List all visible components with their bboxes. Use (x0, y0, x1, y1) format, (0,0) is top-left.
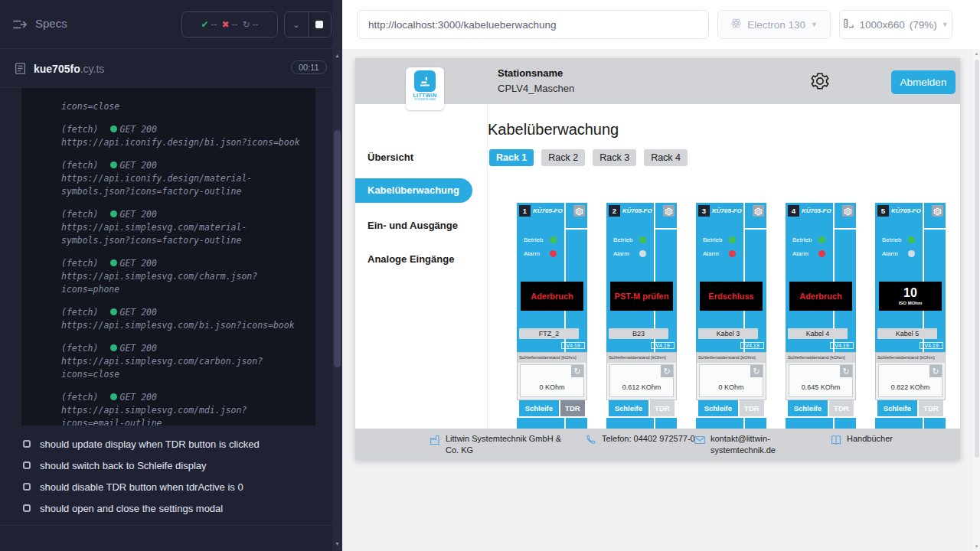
stop-button[interactable] (308, 12, 332, 37)
settings-gear-icon[interactable] (810, 71, 830, 91)
device-settings-gear-icon[interactable] (753, 205, 764, 217)
scroll-up-icon[interactable]: ▲ (332, 51, 342, 61)
stat-value: -- (253, 19, 259, 30)
alarm-label: Alarm (882, 250, 898, 257)
refresh-icon[interactable]: ↻ (750, 365, 763, 377)
firmware-version: V4.19 (830, 342, 854, 349)
log-entry[interactable]: (fetch)GET 200https://api.simplesvg.com/… (61, 342, 306, 381)
fetch-label: (fetch) (61, 392, 98, 403)
measurement-value: 0.645 KOhm (789, 383, 852, 391)
schleife-button[interactable]: Schleife (698, 400, 738, 416)
tab-rack-4[interactable]: Rack 4 (644, 149, 688, 166)
log-entry[interactable]: icons=close (61, 100, 306, 113)
tab-rack-2[interactable]: Rack 2 (541, 149, 585, 166)
app-header: Stationsname CPLV4_Maschen Abmelden (355, 58, 960, 104)
device-status-display: Aderbruch (521, 282, 583, 311)
refresh-icon[interactable]: ↻ (840, 365, 852, 377)
sidebar-item-2[interactable]: Kabelüberwachung (355, 178, 472, 203)
runner-scrollbar[interactable]: ▲ ▼ (332, 0, 342, 551)
scroll-down-icon[interactable]: ▼ (973, 542, 980, 551)
log-entry[interactable]: (fetch)GET 200https://api.iconify.design… (61, 159, 306, 198)
sidebar-item-1[interactable]: Übersicht (368, 152, 413, 163)
collapse-chevron-button[interactable]: ⌄ (285, 12, 308, 37)
stat-x[interactable]: ✖-- (221, 19, 237, 30)
tdr-button[interactable]: TDR (560, 400, 585, 416)
refresh-icon[interactable]: ↻ (571, 365, 583, 377)
url-input[interactable] (357, 10, 709, 39)
device-model: KÜ705-FO (533, 207, 563, 214)
schleife-button[interactable]: Schleife (609, 400, 648, 416)
chevron-down-icon: ▼ (942, 21, 949, 28)
tab-rack-3[interactable]: Rack 3 (593, 149, 636, 166)
device-settings-gear-icon[interactable] (663, 205, 675, 217)
page-scrollbar-thumb[interactable] (975, 60, 979, 458)
viewport-size: 1000x660 (859, 19, 904, 31)
device-number-badge: 2 (609, 205, 620, 217)
page-title: Kabelüberwachung (488, 121, 619, 139)
test-title: should open and close the settings modal (40, 503, 223, 514)
page-scrollbar[interactable]: ▲ ▼ (973, 49, 980, 551)
request-url: https://api.iconify.design/bi.json?icons… (61, 136, 306, 149)
tab-rack-1[interactable]: Rack 1 (489, 149, 534, 166)
footer-item[interactable]: Handbücher (830, 433, 939, 446)
measurement-value: 0.612 KOhm (610, 383, 673, 391)
tdr-button[interactable]: TDR (829, 400, 854, 416)
viewport-selector[interactable]: 1000x660 (79%) ▼ (839, 10, 952, 39)
log-entry-head: (fetch)GET 200 (61, 208, 306, 221)
log-entry[interactable]: (fetch)GET 200https://api.simplesvg.com/… (61, 257, 306, 296)
rack-tabs: Rack 1Rack 2Rack 3Rack 4 (489, 149, 688, 166)
specs-list-toggle-icon[interactable] (12, 17, 28, 32)
app-footer: Littwin Systemtechnik GmbH & Co. KGTelef… (355, 429, 960, 460)
measurement-label: Schleifenwiderstand [kOhm] (876, 353, 945, 363)
cable-name-label: Kabel 4 (788, 328, 848, 339)
command-log: icons=close(fetch)GET 200https://api.ico… (21, 88, 315, 425)
schleife-button[interactable]: Schleife (877, 400, 917, 416)
sidebar-item-3[interactable]: Ein- und Ausgänge (368, 220, 458, 231)
status-value: 10 (903, 287, 917, 299)
browser-select[interactable]: Electron 130 ▼ (717, 10, 831, 39)
footer-text: Littwin Systemtechnik GmbH & Co. KG (446, 433, 574, 456)
stat-value: -- (232, 19, 238, 30)
betrieb-led-icon (550, 236, 557, 243)
log-entry[interactable]: (fetch)GET 200https://api.simplesvg.com/… (61, 391, 306, 425)
device-settings-gear-icon[interactable] (932, 205, 943, 217)
runner-scrollbar-thumb[interactable] (334, 130, 341, 367)
ruler-icon (843, 18, 854, 31)
device-card-5: 5KÜ705-FOBetriebAlarm10ISO MOhmKabel 5V4… (875, 203, 946, 440)
logout-button[interactable]: Abmelden (891, 70, 956, 94)
alarm-led-icon (729, 250, 736, 257)
phone-icon (585, 434, 597, 446)
measurement-display: ↻0.822 KOhm (878, 364, 942, 397)
running-icon: ↻ (243, 19, 250, 30)
test-item[interactable]: should switch back to Schleife display (0, 455, 322, 476)
pending-checkbox-icon (23, 483, 31, 491)
device-number-badge: 4 (788, 205, 799, 217)
test-item[interactable]: should disable TDR button when tdrActive… (0, 476, 322, 497)
tdr-button[interactable]: TDR (740, 400, 764, 416)
stat-running[interactable]: ↻-- (243, 19, 259, 30)
device-settings-gear-icon[interactable] (573, 205, 585, 217)
refresh-icon[interactable]: ↻ (929, 365, 942, 377)
scroll-down-icon[interactable]: ▼ (332, 539, 342, 549)
scroll-up-icon[interactable]: ▲ (973, 49, 980, 58)
test-item[interactable]: should update display when TDR button is… (0, 433, 322, 455)
tdr-button[interactable]: TDR (650, 400, 675, 416)
device-settings-gear-icon[interactable] (842, 205, 854, 217)
schleife-button[interactable]: Schleife (788, 400, 828, 416)
measurement-display: ↻0.612 KOhm (609, 364, 674, 397)
request-url: https://api.iconify.design/material-symb… (61, 172, 306, 198)
test-item[interactable]: should open and close the settings modal (0, 497, 322, 519)
tdr-button[interactable]: TDR (919, 400, 943, 416)
schleife-button[interactable]: Schleife (519, 400, 559, 416)
divider (655, 228, 677, 230)
log-entry[interactable]: (fetch)GET 200https://api.simplesvg.com/… (61, 306, 306, 332)
betrieb-led-icon (818, 236, 825, 243)
status-text: Aderbruch (531, 292, 573, 301)
sidebar-item-4[interactable]: Analoge Eingänge (368, 253, 454, 265)
log-entry[interactable]: (fetch)GET 200https://api.iconify.design… (61, 123, 306, 149)
spec-file-row[interactable]: kue705fo.cy.ts 00:11 (0, 50, 332, 88)
refresh-icon[interactable]: ↻ (661, 365, 673, 377)
measurement-label: Schleifenwiderstand [kOhm] (786, 353, 855, 363)
stat-check[interactable]: ✔-- (201, 19, 217, 30)
log-entry[interactable]: (fetch)GET 200https://api.simplesvg.com/… (61, 208, 306, 247)
